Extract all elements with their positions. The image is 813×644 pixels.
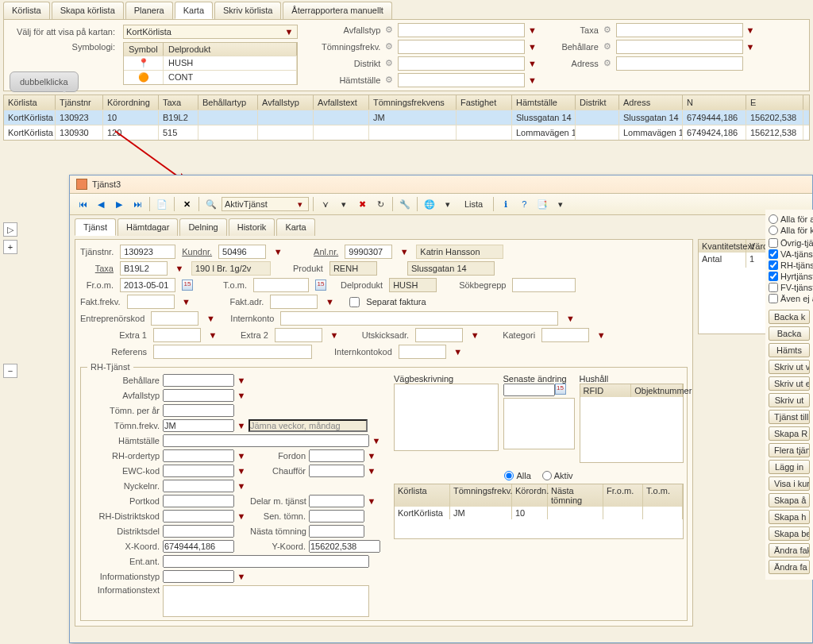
taxa-link[interactable]: Taxa	[80, 264, 114, 273]
chevron-down-icon[interactable]: ▼	[745, 42, 756, 52]
chevron-down-icon[interactable]: ▼	[526, 59, 538, 68]
side-button[interactable]: Ändra fak	[769, 543, 810, 557]
chevron-down-icon[interactable]: ▼	[745, 25, 756, 35]
tool-button[interactable]: 🔧	[397, 196, 413, 212]
entrekod-input[interactable]	[151, 311, 198, 326]
nav-last-button[interactable]: ⏭	[129, 196, 145, 212]
col-header[interactable]: Körordning	[103, 95, 159, 110]
refresh-button[interactable]: ↻	[372, 196, 388, 212]
nav-next-button[interactable]: ▶	[111, 196, 127, 212]
side-button[interactable]: Skriv ut v	[769, 360, 810, 374]
avfallstyp-input[interactable]	[398, 23, 525, 37]
side-button[interactable]: Flera tjäns	[769, 443, 810, 457]
xkoord-input[interactable]	[163, 540, 234, 553]
filter-combo[interactable]: AktivTjänst▾	[222, 197, 309, 211]
behallare-input[interactable]	[616, 40, 743, 54]
side-button[interactable]: Hämts	[769, 343, 810, 357]
side-button[interactable]: Backa k	[769, 310, 810, 324]
distrikt-input[interactable]	[398, 56, 525, 71]
gear-icon[interactable]: ⚙	[603, 41, 615, 52]
map-zoom-out-button[interactable]: −	[3, 364, 17, 378]
side-button[interactable]: Skriv ut	[769, 393, 810, 407]
ykoord-input[interactable]	[309, 540, 380, 553]
anlnr-input[interactable]	[345, 245, 392, 259]
faktadr-input[interactable]	[270, 295, 318, 309]
col-header[interactable]: Hämtställe	[512, 95, 576, 110]
from-input[interactable]	[120, 278, 175, 292]
internkonto-input[interactable]	[280, 311, 558, 326]
aktiv-radio[interactable]	[542, 471, 552, 480]
col-header[interactable]: Tömningsfrekvens	[369, 95, 457, 110]
calendar-icon[interactable]: 15	[555, 384, 566, 395]
table-row[interactable]: KortKörlista13092310B19L2JMSlussgatan 14…	[4, 110, 809, 125]
lista-label[interactable]: Lista	[464, 199, 483, 209]
calendar-icon[interactable]: 15	[315, 280, 326, 291]
gear-icon[interactable]: ⚙	[385, 75, 396, 86]
chevron-down-icon[interactable]: ▼	[526, 75, 538, 85]
kundnr-input[interactable]	[218, 245, 266, 259]
chevron-down-icon[interactable]: ▼	[526, 42, 538, 52]
gear-icon[interactable]: ⚙	[385, 58, 396, 69]
kundnr-link[interactable]: Kundnr.	[182, 247, 212, 256]
filter-dd-button[interactable]: ▾	[336, 196, 352, 212]
separatfaktura-checkbox[interactable]	[349, 297, 360, 307]
map-pan-button[interactable]: ▷	[3, 222, 17, 237]
col-header[interactable]: Taxa	[159, 95, 198, 110]
gear-icon[interactable]: ⚙	[603, 58, 615, 69]
korlista-subgrid[interactable]: KörlistaTömningsfrekv.Körordn.Nästa tömn…	[394, 484, 684, 539]
visa-dropdown[interactable]: KortKörlista ▼	[123, 25, 298, 39]
tab-återrapportera manuellt[interactable]: Återrapportera manuellt	[283, 2, 392, 19]
tomnfrekv-input[interactable]	[163, 419, 234, 432]
col-header[interactable]: Adress	[619, 95, 683, 110]
side-button[interactable]: Backa	[769, 326, 810, 341]
chevron-down-icon[interactable]: ▼	[526, 25, 538, 35]
col-header[interactable]: Behållartyp	[198, 95, 258, 110]
taxa-input[interactable]	[120, 261, 168, 276]
vagbeskrivning-input[interactable]	[394, 384, 499, 451]
side-button[interactable]: Ändra fa	[769, 560, 810, 574]
delete-button[interactable]: ✕	[179, 196, 195, 212]
col-header[interactable]: Distrikt	[576, 95, 619, 110]
side-button[interactable]: Skapa h	[769, 510, 810, 524]
chevron-down-icon[interactable]: ▼	[399, 247, 410, 256]
tab-karta[interactable]: Karta	[276, 218, 314, 236]
gear-icon[interactable]: ⚙	[603, 25, 615, 36]
side-button[interactable]: Skapa å	[769, 493, 810, 507]
side-button[interactable]: Lägg in	[769, 460, 810, 474]
tab-körlista[interactable]: Körlista	[3, 2, 50, 19]
anlnr-link[interactable]: Anl.nr.	[314, 247, 338, 256]
nav-first-button[interactable]: ⏮	[75, 196, 91, 212]
chevron-down-icon[interactable]: ▼	[272, 247, 283, 256]
side-button[interactable]: Skapa R	[769, 426, 810, 441]
nav-prev-button[interactable]: ◀	[93, 196, 109, 212]
tab-skapa körlista[interactable]: Skapa körlista	[52, 2, 124, 19]
tjanstnr-input[interactable]	[120, 245, 175, 259]
tab-historik[interactable]: Historik	[229, 218, 275, 236]
col-header[interactable]: Fastighet	[457, 95, 512, 110]
side-button[interactable]: Skapa be	[769, 526, 810, 541]
help-icon[interactable]: ℹ	[498, 196, 514, 212]
col-header[interactable]: Avfallstyp	[258, 95, 314, 110]
clear-filter-button[interactable]: ✖	[354, 196, 370, 212]
search-icon[interactable]: 🔍	[203, 196, 219, 212]
tab-delning[interactable]: Delning	[179, 218, 226, 236]
sokbegrepp-input[interactable]	[512, 278, 576, 292]
taxa-input[interactable]	[616, 23, 743, 37]
map-zoom-in-button[interactable]: +	[3, 240, 17, 254]
adress-input[interactable]	[616, 56, 743, 71]
tomningsfrekv-input[interactable]	[398, 40, 525, 54]
side-button[interactable]: Visa i kur	[769, 476, 810, 491]
side-button[interactable]: Tjänst till E	[769, 410, 810, 424]
faktfrekv-input[interactable]	[127, 295, 175, 309]
col-header[interactable]: Körlista	[4, 95, 56, 110]
help-button[interactable]: ?	[516, 196, 532, 212]
tab-skriv körlista[interactable]: Skriv körlista	[214, 2, 281, 19]
gear-icon[interactable]: ⚙	[385, 25, 396, 36]
tab-planera[interactable]: Planera	[125, 2, 173, 19]
col-header[interactable]: Avfallstext	[314, 95, 369, 110]
globe-icon[interactable]: 🌐	[422, 196, 437, 212]
gear-icon[interactable]: ⚙	[385, 41, 396, 52]
export-button[interactable]: 📑	[534, 196, 550, 212]
tab-hämtdagar[interactable]: Hämtdagar	[118, 218, 178, 236]
tom-input[interactable]	[253, 278, 309, 292]
